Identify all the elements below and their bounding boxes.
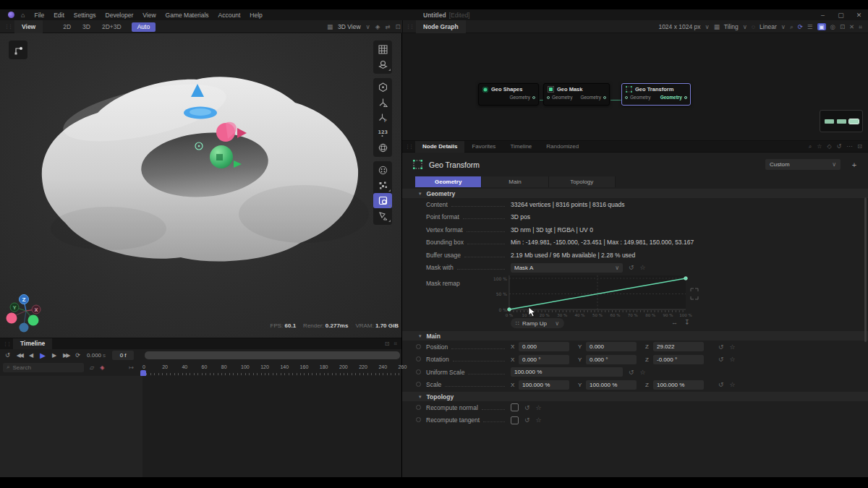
menu-account[interactable]: Account xyxy=(218,12,241,19)
favorite-icon[interactable]: ☆ xyxy=(730,356,736,363)
section-main[interactable]: ▾ Main xyxy=(402,331,868,341)
keyframe-icon[interactable]: ◈ xyxy=(100,364,104,371)
axis-gizmo[interactable]: Z Y X xyxy=(6,292,49,337)
menu-settings[interactable]: Settings xyxy=(74,12,96,19)
filter-select[interactable]: Linear xyxy=(760,23,777,30)
drag-handle-icon[interactable]: ⋮⋮ xyxy=(3,341,10,347)
swap-icon[interactable]: ⇄ xyxy=(385,23,390,30)
tab-randomized[interactable]: Randomized xyxy=(539,141,586,153)
scatter-button[interactable] xyxy=(373,178,392,193)
step-forward-button[interactable]: ▶ xyxy=(52,352,56,359)
rotation-y-field[interactable]: 0.000 ° xyxy=(586,355,637,364)
chevron-down-icon[interactable]: ∨ xyxy=(743,23,747,30)
torus-mesh[interactable] xyxy=(0,33,401,338)
mode-auto-button[interactable]: Auto xyxy=(132,22,156,32)
reset-icon[interactable]: ↺ xyxy=(718,343,724,351)
view-select-value[interactable]: 3D View xyxy=(338,23,361,30)
circle-icon[interactable]: ◎ xyxy=(830,23,835,30)
hash-icon[interactable]: ⌗ xyxy=(859,23,862,31)
tiling-select[interactable]: Tiling xyxy=(724,23,739,30)
reset-icon[interactable]: ↺ xyxy=(524,404,530,411)
favorite-icon[interactable]: ☆ xyxy=(536,416,542,424)
points-display-button[interactable] xyxy=(373,80,392,95)
search-icon[interactable]: ⌕ xyxy=(790,23,793,31)
node-graph-minimap[interactable] xyxy=(820,110,863,132)
viewport-3d[interactable]: P 123 Z Y xyxy=(0,33,401,338)
param-bullet[interactable] xyxy=(416,405,421,410)
indices-display-button[interactable]: 123 xyxy=(373,125,392,140)
favorite-icon[interactable]: ☆ xyxy=(730,381,736,388)
close-icon[interactable]: ✕ xyxy=(849,23,854,30)
expand-icon[interactable]: ⊡ xyxy=(840,23,845,30)
section-geometry[interactable]: ▾ Geometry xyxy=(402,189,868,198)
gizmo-tool-button[interactable] xyxy=(9,40,27,59)
timeline-tracks[interactable] xyxy=(0,376,401,477)
param-bullet[interactable] xyxy=(416,344,421,349)
restart-button[interactable]: ↺ xyxy=(5,352,10,359)
home-icon[interactable]: ⌂ xyxy=(21,12,25,19)
loop-button[interactable]: ⟳ xyxy=(75,352,80,359)
scale-z-field[interactable]: 100.000 % xyxy=(653,380,704,390)
search-box[interactable]: ⌕ xyxy=(3,363,84,372)
pin-down-icon[interactable]: ↧ xyxy=(684,319,690,326)
reset-icon[interactable]: ↺ xyxy=(718,356,724,363)
timeline-ruler[interactable]: 020406080100120140160180200220240260 xyxy=(142,364,400,372)
menu-help[interactable]: Help xyxy=(250,12,262,19)
param-bullet[interactable] xyxy=(416,356,421,361)
timeline-scrollbar[interactable] xyxy=(145,351,400,359)
mask-with-dropdown[interactable]: Mask A∨ xyxy=(511,263,623,273)
uniform-scale-field[interactable]: 100.000 % xyxy=(511,367,623,377)
history-icon[interactable]: ↺ xyxy=(837,143,842,150)
positions-display-button[interactable]: P xyxy=(373,110,392,125)
recompute-tangent-checkbox[interactable] xyxy=(511,416,519,424)
paint-button[interactable] xyxy=(373,208,392,223)
menu-file[interactable]: File xyxy=(34,12,44,19)
position-x-field[interactable]: 0.000 xyxy=(519,342,569,351)
mode-2d3d-button[interactable]: 2D+3D xyxy=(96,23,127,30)
tab-favorites[interactable]: Favorites xyxy=(464,141,503,153)
scale-y-field[interactable]: 100.000 % xyxy=(586,380,637,390)
node-geo-transform[interactable]: Geo Transform GeometryGeometry xyxy=(621,83,691,106)
search-input[interactable] xyxy=(12,364,73,371)
tab-node-graph-panel[interactable]: Node Graph xyxy=(416,20,466,33)
mode-2d-button[interactable]: 2D xyxy=(57,23,77,30)
axis-pos-y-handle[interactable] xyxy=(28,315,39,326)
mask-remap-curve[interactable]: 100 % 50 % 0 % 0 % 10 % 20 % 30 % 40 % 5… xyxy=(489,274,702,319)
wireframe-display-button[interactable] xyxy=(373,140,392,155)
frame-icon[interactable]: ▣ xyxy=(817,23,826,30)
favorite-icon[interactable]: ☆ xyxy=(640,264,646,271)
reset-icon[interactable]: ↺ xyxy=(629,264,634,271)
drag-handle-icon[interactable]: ⋮⋮ xyxy=(405,144,412,150)
output-port[interactable] xyxy=(532,96,535,99)
maximize-button[interactable]: ▢ xyxy=(832,12,850,19)
flip-horizontal-icon[interactable]: ↔ xyxy=(671,319,678,326)
material-display-button[interactable] xyxy=(373,57,392,72)
expand-icon[interactable]: ⊡ xyxy=(857,143,862,150)
sync-icon[interactable]: ⟳ xyxy=(798,23,803,30)
tab-main[interactable]: Main xyxy=(482,176,548,187)
toggle-icon[interactable]: ▱ xyxy=(90,364,94,371)
reset-icon[interactable]: ↺ xyxy=(629,369,634,376)
curve-point-start[interactable] xyxy=(508,308,511,312)
input-port[interactable] xyxy=(625,96,628,99)
chevron-down-icon[interactable]: ∨ xyxy=(781,23,786,30)
play-button[interactable]: ▶ xyxy=(40,351,46,359)
curve-point-end[interactable] xyxy=(684,277,688,281)
jump-end-button[interactable]: ▶▶ xyxy=(63,352,69,359)
minimize-button[interactable]: – xyxy=(814,12,832,19)
diamond-icon[interactable]: ◇ xyxy=(827,143,831,150)
rotation-x-field[interactable]: 0.000 ° xyxy=(519,355,569,364)
ramp-preset-dropdown[interactable]: ∷ Ramp Up ∨ xyxy=(511,318,564,328)
drag-handle-icon[interactable]: ⋮⋮ xyxy=(4,24,12,30)
position-z-field[interactable]: 29.022 xyxy=(653,342,704,351)
output-port[interactable] xyxy=(684,96,687,99)
mode-3d-button[interactable]: 3D xyxy=(77,23,96,30)
step-back-button[interactable]: ◀ xyxy=(29,352,33,359)
jump-to-icon[interactable]: ↦ xyxy=(129,364,134,371)
output-port[interactable] xyxy=(603,96,606,99)
rotation-z-field[interactable]: -0.000 ° xyxy=(653,355,704,364)
tab-view-panel[interactable]: View xyxy=(14,20,43,33)
expand-icon[interactable]: ⊡ xyxy=(385,341,390,348)
grid-display-button[interactable] xyxy=(373,42,392,57)
add-preset-button[interactable]: + xyxy=(846,160,862,169)
